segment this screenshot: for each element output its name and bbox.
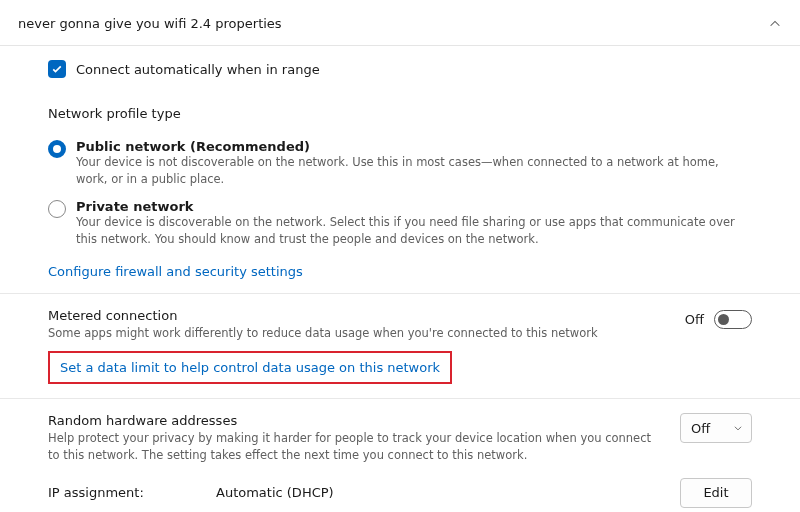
- random-mac-value: Off: [691, 421, 710, 436]
- metered-desc: Some apps might work differently to redu…: [48, 325, 665, 342]
- metered-row: Metered connection Some apps might work …: [48, 308, 752, 342]
- private-network-option[interactable]: Private network Your device is discovera…: [48, 199, 752, 257]
- metered-state-label: Off: [685, 312, 704, 327]
- metered-toggle-wrap: Off: [685, 310, 752, 329]
- ip-edit-button[interactable]: Edit: [680, 478, 752, 508]
- private-network-label: Private network: [76, 199, 752, 214]
- divider: [0, 398, 800, 399]
- public-network-label: Public network (Recommended): [76, 139, 752, 154]
- public-network-body: Public network (Recommended) Your device…: [76, 139, 752, 197]
- random-mac-select[interactable]: Off: [680, 413, 752, 443]
- ip-label: IP assignment:: [48, 485, 216, 500]
- private-network-radio[interactable]: [48, 200, 66, 218]
- public-network-option[interactable]: Public network (Recommended) Your device…: [48, 139, 752, 197]
- profile-type-heading: Network profile type: [48, 106, 752, 121]
- check-icon: [51, 63, 63, 75]
- public-network-desc: Your device is not discoverable on the n…: [76, 154, 752, 187]
- data-limit-link[interactable]: Set a data limit to help control data us…: [60, 360, 440, 375]
- private-network-body: Private network Your device is discovera…: [76, 199, 752, 257]
- divider: [0, 293, 800, 294]
- page-header[interactable]: never gonna give you wifi 2.4 properties: [0, 0, 800, 46]
- random-mac-desc: Help protect your privacy by making it h…: [48, 430, 660, 463]
- ip-value: Automatic (DHCP): [216, 485, 334, 500]
- metered-title: Metered connection: [48, 308, 665, 323]
- metered-toggle[interactable]: [714, 310, 752, 329]
- auto-connect-checkbox[interactable]: [48, 60, 66, 78]
- auto-connect-label: Connect automatically when in range: [76, 62, 320, 77]
- page-content: Connect automatically when in range Netw…: [0, 46, 800, 512]
- firewall-settings-link[interactable]: Configure firewall and security settings: [48, 264, 303, 279]
- random-mac-title: Random hardware addresses: [48, 413, 660, 428]
- private-network-desc: Your device is discoverable on the netwo…: [76, 214, 752, 247]
- data-limit-highlight: Set a data limit to help control data us…: [48, 351, 452, 384]
- chevron-down-icon: [733, 423, 743, 433]
- auto-connect-row[interactable]: Connect automatically when in range: [48, 60, 752, 78]
- random-mac-row: Random hardware addresses Help protect y…: [48, 413, 752, 463]
- public-network-radio[interactable]: [48, 140, 66, 158]
- chevron-up-icon: [768, 17, 782, 31]
- page-title: never gonna give you wifi 2.4 properties: [18, 16, 282, 31]
- ip-row: IP assignment: Automatic (DHCP) Edit: [48, 478, 752, 508]
